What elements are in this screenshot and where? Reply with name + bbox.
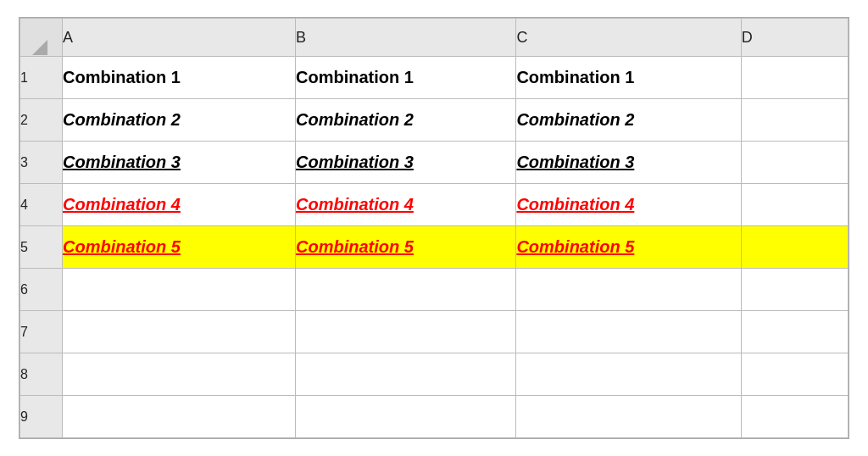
cell-text: Combination 2 — [63, 110, 181, 129]
cell-text: Combination 3 — [63, 153, 181, 171]
empty-cell — [63, 311, 296, 353]
table-row: 4Combination 4Combination 4Combination 4 — [20, 184, 849, 226]
table-body: 1Combination 1Combination 1Combination 1… — [20, 57, 849, 438]
cell-text: Combination 5 — [63, 237, 181, 256]
empty-d-cell — [741, 226, 848, 269]
table-row: 2Combination 2Combination 2Combination 2 — [20, 99, 849, 142]
empty-cell — [295, 269, 515, 311]
empty-cell — [741, 396, 848, 438]
table-row: 3Combination 3Combination 3Combination 3 — [20, 142, 849, 184]
cell-text: Combination 4 — [296, 195, 414, 214]
empty-cell — [516, 269, 741, 311]
empty-cell — [295, 396, 515, 438]
corner-cell — [20, 19, 63, 57]
data-cell-r5-c1: Combination 5 — [63, 226, 296, 269]
cell-text: Combination 5 — [296, 237, 414, 256]
empty-cell — [295, 311, 515, 353]
row-header-7: 7 — [20, 311, 63, 353]
cell-text: Combination 5 — [516, 237, 634, 256]
empty-cell — [63, 269, 296, 311]
data-cell-r1-c2: Combination 1 — [295, 57, 515, 99]
empty-cell — [516, 311, 741, 353]
col-header-C: C — [516, 19, 741, 57]
empty-d-cell — [741, 142, 848, 184]
table-row: 8 — [20, 353, 849, 396]
row-header-9: 9 — [20, 396, 63, 438]
empty-cell — [741, 353, 848, 396]
data-cell-r3-c1: Combination 3 — [63, 142, 296, 184]
cell-text: Combination 1 — [63, 68, 181, 86]
column-header-row: A B C D — [20, 19, 849, 57]
empty-cell — [741, 269, 848, 311]
data-cell-r5-c3: Combination 5 — [516, 226, 741, 269]
row-header-6: 6 — [20, 269, 63, 311]
data-cell-r4-c2: Combination 4 — [295, 184, 515, 226]
table-row: 7 — [20, 311, 849, 353]
empty-d-cell — [741, 99, 848, 142]
row-header-2: 2 — [20, 99, 63, 142]
row-header-5: 5 — [20, 226, 63, 269]
empty-cell — [295, 353, 515, 396]
table-row: 5Combination 5Combination 5Combination 5 — [20, 226, 849, 269]
data-cell-r4-c3: Combination 4 — [516, 184, 741, 226]
empty-d-cell — [741, 184, 848, 226]
spreadsheet-table: A B C D 1Combination 1Combination 1Combi… — [19, 18, 849, 438]
data-cell-r2-c3: Combination 2 — [516, 99, 741, 142]
data-cell-r2-c1: Combination 2 — [63, 99, 296, 142]
row-header-1: 1 — [20, 57, 63, 99]
data-cell-r4-c1: Combination 4 — [63, 184, 296, 226]
empty-cell — [63, 353, 296, 396]
empty-cell — [516, 353, 741, 396]
row-header-4: 4 — [20, 184, 63, 226]
cell-text: Combination 2 — [516, 110, 634, 129]
cell-text: Combination 4 — [63, 195, 181, 214]
table-row: 9 — [20, 396, 849, 438]
col-header-D: D — [741, 19, 848, 57]
cell-text: Combination 4 — [516, 195, 634, 214]
spreadsheet-wrapper: A B C D 1Combination 1Combination 1Combi… — [19, 17, 849, 439]
empty-cell — [741, 311, 848, 353]
row-header-3: 3 — [20, 142, 63, 184]
row-header-8: 8 — [20, 353, 63, 396]
data-cell-r2-c2: Combination 2 — [295, 99, 515, 142]
empty-cell — [63, 396, 296, 438]
data-cell-r3-c2: Combination 3 — [295, 142, 515, 184]
data-cell-r1-c3: Combination 1 — [516, 57, 741, 99]
col-header-A: A — [63, 19, 296, 57]
cell-text: Combination 1 — [296, 68, 414, 86]
empty-cell — [516, 396, 741, 438]
data-cell-r1-c1: Combination 1 — [63, 57, 296, 99]
cell-text: Combination 3 — [516, 153, 634, 171]
table-row: 1Combination 1Combination 1Combination 1 — [20, 57, 849, 99]
cell-text: Combination 2 — [296, 110, 414, 129]
cell-text: Combination 3 — [296, 153, 414, 171]
table-row: 6 — [20, 269, 849, 311]
empty-d-cell — [741, 57, 848, 99]
data-cell-r3-c3: Combination 3 — [516, 142, 741, 184]
cell-text: Combination 1 — [516, 68, 634, 86]
data-cell-r5-c2: Combination 5 — [295, 226, 515, 269]
col-header-B: B — [295, 19, 515, 57]
